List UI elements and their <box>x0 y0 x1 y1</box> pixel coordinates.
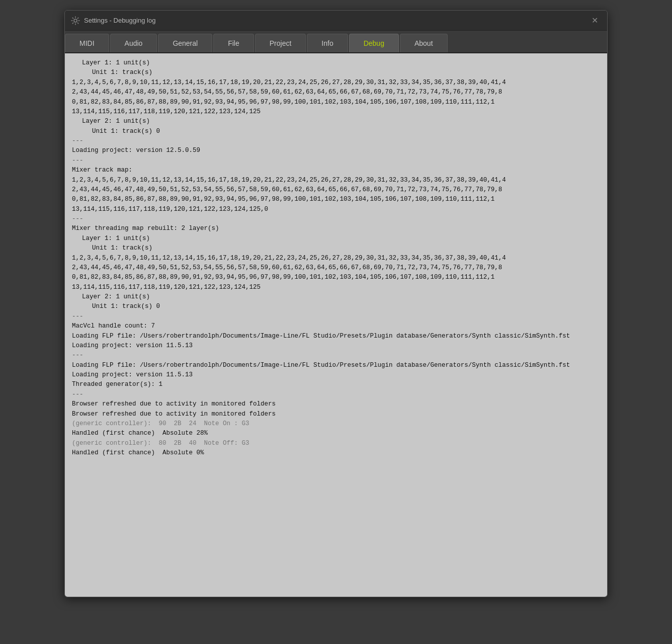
tab-debug[interactable]: Debug <box>349 34 399 52</box>
debug-log-content[interactable]: Layer 1: 1 unit(s)Unit 1: track(s)1,2,3,… <box>65 53 607 597</box>
log-line: 13,114,115,116,117,118,119,120,121,122,1… <box>72 107 600 117</box>
log-line: Handled (first chance) Absolute 0% <box>72 448 600 458</box>
tab-project[interactable]: Project <box>255 34 306 52</box>
log-line: --- <box>72 136 600 146</box>
titlebar: Settings - Debugging log ✕ <box>65 11 607 31</box>
log-line: --- <box>72 156 600 166</box>
log-line: Layer 2: 1 unit(s) <box>72 292 600 302</box>
log-line: Browser refreshed due to activity in mon… <box>72 410 600 419</box>
svg-point-0 <box>74 19 77 22</box>
log-line: Layer 2: 1 unit(s) <box>72 117 600 126</box>
log-line: Mixer track map: <box>72 166 600 175</box>
log-line: 2,43,44,45,46,47,48,49,50,51,52,53,54,55… <box>72 185 600 195</box>
tab-midi[interactable]: MIDI <box>65 34 109 52</box>
tab-info[interactable]: Info <box>307 34 348 52</box>
log-line: 2,43,44,45,46,47,48,49,50,51,52,53,54,55… <box>72 88 600 97</box>
log-line: Unit 1: track(s) 0 <box>72 302 600 311</box>
log-line: Threaded generator(s): 1 <box>72 380 600 389</box>
tab-general[interactable]: General <box>158 34 212 52</box>
log-line: --- <box>72 390 600 399</box>
titlebar-left: Settings - Debugging log <box>71 16 155 25</box>
tab-audio[interactable]: Audio <box>110 34 157 52</box>
log-line: Unit 1: track(s) <box>72 244 600 253</box>
log-line: 1,2,3,4,5,6,7,8,9,10,11,12,13,14,15,16,1… <box>72 176 600 185</box>
log-line: Loading FLP file: /Users/robertrandolph/… <box>72 332 600 341</box>
close-button[interactable]: ✕ <box>589 16 601 26</box>
log-line: (generic controller): 80 2B 40 Note Off:… <box>72 439 600 448</box>
log-line: 2,43,44,45,46,47,48,49,50,51,52,53,54,55… <box>72 263 600 273</box>
tab-bar: MIDIAudioGeneralFileProjectInfoDebugAbou… <box>65 31 607 53</box>
log-line: 13,114,115,116,117,118,119,120,121,122,1… <box>72 283 600 292</box>
settings-window: Settings - Debugging log ✕ MIDIAudioGene… <box>64 10 608 597</box>
log-line: Loading FLP file: /Users/robertrandolph/… <box>72 361 600 370</box>
window-title: Settings - Debugging log <box>84 17 155 24</box>
log-line: Handled (first chance) Absolute 28% <box>72 429 600 438</box>
log-line: Layer 1: 1 unit(s) <box>72 58 600 68</box>
log-line: Unit 1: track(s) 0 <box>72 127 600 136</box>
log-line: --- <box>72 214 600 224</box>
log-line: Mixer threading map rebuilt: 2 layer(s) <box>72 224 600 233</box>
log-line: Loading project: version 12.5.0.59 <box>72 146 600 155</box>
log-line: 0,81,82,83,84,85,86,87,88,89,90,91,92,93… <box>72 98 600 107</box>
log-line: 1,2,3,4,5,6,7,8,9,10,11,12,13,14,15,16,1… <box>72 254 600 263</box>
tab-file[interactable]: File <box>213 34 254 52</box>
log-line: (generic controller): 90 2B 24 Note On :… <box>72 419 600 429</box>
log-line: 1,2,3,4,5,6,7,8,9,10,11,12,13,14,15,16,1… <box>72 78 600 88</box>
log-line: MacVcl handle count: 7 <box>72 321 600 331</box>
log-line: Browser refreshed due to activity in mon… <box>72 399 600 409</box>
log-line: --- <box>72 312 600 321</box>
settings-icon <box>71 16 80 25</box>
log-line: Layer 1: 1 unit(s) <box>72 234 600 244</box>
log-line: 0,81,82,83,84,85,86,87,88,89,90,91,92,93… <box>72 273 600 282</box>
log-line: 13,114,115,116,117,118,119,120,121,122,1… <box>72 205 600 214</box>
log-line: 0,81,82,83,84,85,86,87,88,89,90,91,92,93… <box>72 195 600 204</box>
log-line: Unit 1: track(s) <box>72 68 600 77</box>
log-line: Loading project: version 11.5.13 <box>72 370 600 380</box>
log-line: Loading project: version 11.5.13 <box>72 341 600 351</box>
log-line: --- <box>72 351 600 360</box>
tab-about[interactable]: About <box>400 34 448 52</box>
